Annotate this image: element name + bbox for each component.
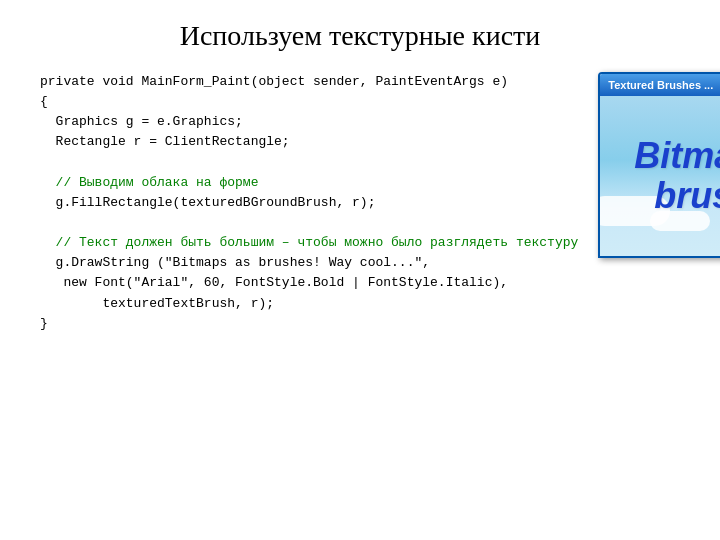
code-line-13: } bbox=[40, 314, 578, 334]
win-title-text: Textured Brushes ... bbox=[604, 79, 713, 91]
code-comment-2: // Текст должен быть большим – чтобы мож… bbox=[40, 233, 578, 253]
win-content: Bitmaps as brushes! bbox=[600, 96, 720, 256]
code-line-1: private void MainForm_Paint(object sende… bbox=[40, 72, 578, 92]
big-text-line2: brushes! bbox=[654, 175, 720, 216]
code-comment-1: // Выводим облака на форме bbox=[40, 173, 578, 193]
code-line-3: Graphics g = e.Graphics; bbox=[40, 112, 578, 132]
win-titlebar: Textured Brushes ... – □ ✕ bbox=[600, 74, 720, 96]
code-line-2: { bbox=[40, 92, 578, 112]
page-title: Используем текстурные кисти bbox=[180, 20, 541, 52]
code-line-12: texturedTextBrush, r); bbox=[40, 294, 578, 314]
text-overlay: Bitmaps as brushes! bbox=[600, 96, 720, 256]
code-line-10: g.DrawString ("Bitmaps as brushes! Way c… bbox=[40, 253, 578, 273]
code-line-8 bbox=[40, 213, 578, 233]
code-line-5 bbox=[40, 153, 578, 173]
code-line-11: new Font("Arial", 60, FontStyle.Bold | F… bbox=[40, 273, 578, 293]
win-chrome: Textured Brushes ... – □ ✕ Bitm bbox=[598, 72, 720, 258]
code-line-7: g.FillRectangle(texturedBGroundBrush, r)… bbox=[40, 193, 578, 213]
preview-window: Textured Brushes ... – □ ✕ Bitm bbox=[598, 72, 720, 258]
content-area: private void MainForm_Paint(object sende… bbox=[40, 72, 680, 334]
code-block: private void MainForm_Paint(object sende… bbox=[40, 72, 578, 334]
code-line-4: Rectangle r = ClientRectangle; bbox=[40, 132, 578, 152]
win-big-text: Bitmaps as brushes! bbox=[634, 136, 720, 215]
page: Используем текстурные кисти private void… bbox=[0, 0, 720, 540]
big-text-line1: Bitmaps as bbox=[634, 135, 720, 176]
